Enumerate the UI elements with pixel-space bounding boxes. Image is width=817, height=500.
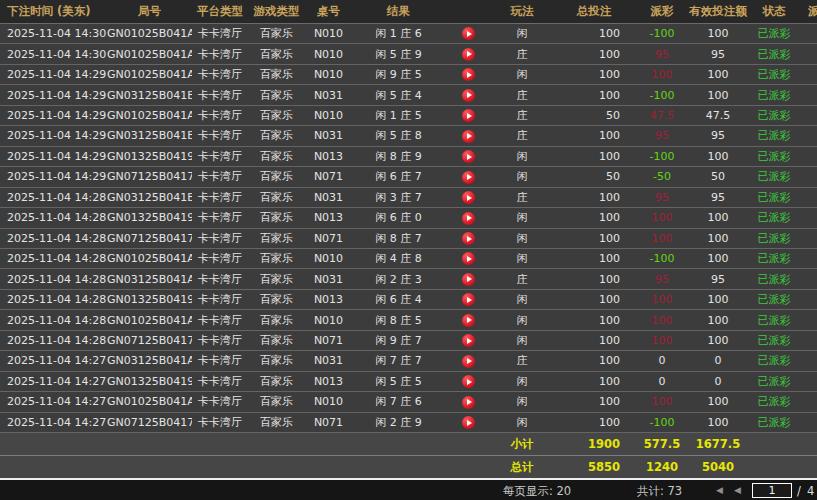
betting-records-screen: 下注时间 (美东)局号平台类型游戏类型桌号结果玩法总投注派彩有效投注额状态派 2… [0, 0, 817, 500]
play-video-icon[interactable] [462, 252, 475, 265]
game-type: 百家乐 [248, 190, 305, 205]
table-number: N031 [305, 191, 352, 204]
col-header-time: 下注时间 (美东) [0, 4, 107, 19]
platform-type: 卡卡湾厅 [192, 169, 248, 184]
play-video-button [445, 211, 492, 225]
play-video-icon[interactable] [462, 355, 475, 368]
subtotal-total-bet: 1900 [552, 437, 636, 451]
prev-page-arrow-icon[interactable]: ◀ [734, 485, 741, 495]
status-label: 已派彩 [748, 47, 800, 62]
table-number: N031 [305, 89, 352, 102]
page-input[interactable] [752, 483, 792, 498]
round-id: GN01325B0419O [107, 211, 192, 224]
valid-bet: 0 [688, 354, 748, 367]
bet-type: 闲 [492, 415, 552, 430]
play-video-icon[interactable] [462, 396, 475, 409]
play-video-icon[interactable] [462, 293, 475, 306]
valid-bet: 100 [688, 89, 748, 102]
game-result: 闲 1 庄 6 [352, 26, 445, 41]
platform-type: 卡卡湾厅 [192, 149, 248, 164]
payout-value: 95 [636, 48, 688, 61]
game-type: 百家乐 [248, 292, 305, 307]
play-video-icon[interactable] [462, 212, 475, 225]
play-video-icon[interactable] [462, 171, 475, 184]
platform-type: 卡卡湾厅 [192, 67, 248, 82]
bet-type: 闲 [492, 231, 552, 246]
first-page-arrow-icon[interactable]: ◀ [716, 485, 723, 495]
game-result: 闲 8 庄 7 [352, 231, 445, 246]
status-label: 已派彩 [748, 88, 800, 103]
play-video-icon[interactable] [462, 232, 475, 245]
play-video-icon[interactable] [462, 375, 475, 388]
play-video-icon[interactable] [462, 416, 475, 429]
platform-type: 卡卡湾厅 [192, 374, 248, 389]
play-triangle [467, 420, 472, 426]
payout-value: 0 [636, 354, 688, 367]
play-triangle [467, 31, 472, 37]
game-result: 闲 7 庄 6 [352, 394, 445, 409]
play-video-button [445, 170, 492, 184]
play-video-icon[interactable] [462, 314, 475, 327]
total-bet: 100 [552, 89, 636, 102]
table-row: 2025-11-04 14:30:44GN01025B041AR卡卡湾厅百家乐N… [0, 24, 817, 44]
play-video-icon[interactable] [462, 109, 475, 122]
col-header-table: 桌号 [305, 4, 352, 19]
game-type: 百家乐 [248, 333, 305, 348]
play-triangle [467, 338, 472, 344]
play-video-icon[interactable] [462, 68, 475, 81]
status-label: 已派彩 [748, 108, 800, 123]
payout-value: -100 [636, 27, 688, 40]
platform-type: 卡卡湾厅 [192, 292, 248, 307]
col-header-partial: 派 [800, 4, 817, 19]
play-video-button [445, 272, 492, 286]
play-triangle [467, 154, 472, 160]
bet-time: 2025-11-04 14:28:03 [0, 334, 107, 347]
subtotal-label: 小计 [492, 437, 552, 452]
play-triangle [467, 399, 472, 405]
play-video-icon[interactable] [462, 130, 475, 143]
status-label: 已派彩 [748, 26, 800, 41]
bet-time: 2025-11-04 14:30:11 [0, 48, 107, 61]
table-row: 2025-11-04 14:28:22GN03125B041AZ卡卡湾厅百家乐N… [0, 269, 817, 289]
table-number: N071 [305, 232, 352, 245]
page-size-label: 每页显示: [503, 484, 553, 498]
play-video-icon[interactable] [462, 150, 475, 163]
total-count: 共计: 73 [637, 484, 682, 499]
status-label: 已派彩 [748, 292, 800, 307]
table-number: N071 [305, 416, 352, 429]
total-bet: 100 [552, 416, 636, 429]
game-type: 百家乐 [248, 47, 305, 62]
game-type: 百家乐 [248, 210, 305, 225]
game-type: 百家乐 [248, 128, 305, 143]
payout-value: -100 [636, 252, 688, 265]
platform-type: 卡卡湾厅 [192, 272, 248, 287]
play-triangle [467, 51, 472, 57]
round-id: GN01325B0419M [107, 375, 192, 388]
payout-value: 0 [636, 375, 688, 388]
bet-type: 闲 [492, 394, 552, 409]
table-number: N031 [305, 273, 352, 286]
play-video-icon[interactable] [462, 273, 475, 286]
bet-time: 2025-11-04 14:28:52 [0, 211, 107, 224]
play-video-icon[interactable] [462, 191, 475, 204]
play-video-icon[interactable] [462, 89, 475, 102]
col-header-result: 结果 [352, 4, 445, 19]
round-id: GN01025B041AO [107, 109, 192, 122]
payout-value: 95 [636, 273, 688, 286]
play-video-button [445, 27, 492, 41]
table-row: 2025-11-04 14:28:53GN03125B041B0卡卡湾厅百家乐N… [0, 188, 817, 208]
round-id: GN03125B041B1 [107, 129, 192, 142]
bet-type: 闲 [492, 292, 552, 307]
payout-value: 95 [636, 129, 688, 142]
col-header-valid_bet: 有效投注额 [688, 4, 748, 19]
play-video-icon[interactable] [462, 48, 475, 61]
play-video-button [445, 252, 492, 266]
valid-bet: 100 [688, 395, 748, 408]
play-video-icon[interactable] [462, 27, 475, 40]
play-video-icon[interactable] [462, 334, 475, 347]
total-bet: 100 [552, 314, 636, 327]
valid-bet: 100 [688, 252, 748, 265]
round-id: GN01025B041AR [107, 27, 192, 40]
table-row: 2025-11-04 14:28:03GN07125B0417U卡卡湾厅百家乐N… [0, 331, 817, 351]
play-video-button [445, 47, 492, 61]
